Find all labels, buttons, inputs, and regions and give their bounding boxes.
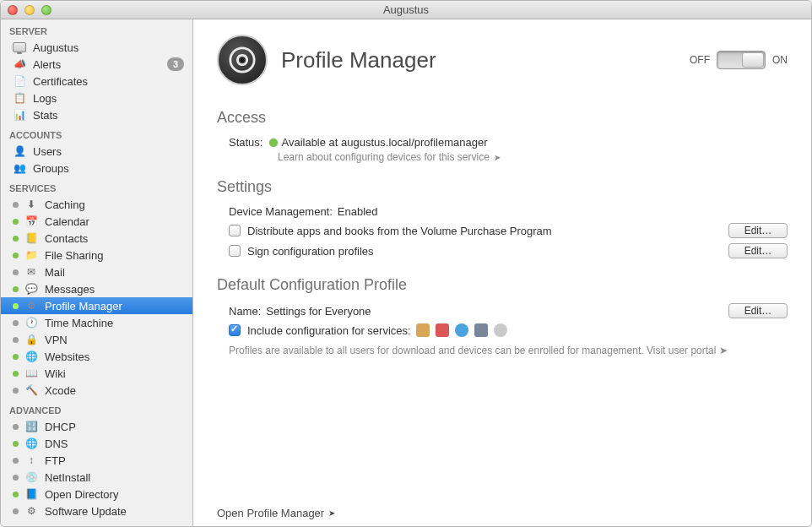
edit-button-distribute[interactable]: Edit…: [728, 223, 788, 238]
folder-icon: 📁: [24, 248, 38, 262]
messages-icon: 💬: [24, 282, 38, 296]
edit-button-profile[interactable]: Edit…: [728, 303, 788, 318]
sidebar-item-stats[interactable]: 📊 Stats: [1, 106, 192, 123]
sidebar-item-timemachine[interactable]: 🕐Time Machine: [1, 314, 192, 331]
edit-button-sign[interactable]: Edit…: [728, 243, 788, 258]
clock-icon: 🕐: [24, 316, 38, 329]
sidebar-item-caching[interactable]: ⬇Caching: [1, 196, 192, 213]
section-heading: Settings: [217, 178, 788, 196]
status-dot-icon: [13, 371, 19, 377]
sidebar: SERVER Augustus 📣 Alerts 3 📄 Certificate…: [1, 19, 193, 526]
checkbox-include-services[interactable]: [229, 324, 241, 336]
sidebar-item-websites[interactable]: 🌐Websites: [1, 348, 192, 365]
sidebar-item-label: Mail: [45, 266, 65, 279]
sidebar-item-netinstall[interactable]: 💿NetInstall: [1, 469, 192, 486]
content-pane: Profile Manager OFF ON Access Status: Av…: [193, 19, 811, 526]
sidebar-item-users[interactable]: 👤 Users: [1, 143, 192, 160]
profile-hint[interactable]: Profiles are available to all users for …: [217, 345, 788, 356]
sidebar-item-profilemanager[interactable]: ⚙Profile Manager: [1, 297, 192, 314]
status-dot-icon: [13, 219, 19, 225]
group-icon: 👥: [13, 161, 26, 175]
sidebar-item-logs[interactable]: 📋 Logs: [1, 90, 192, 106]
status-dot-icon: [13, 458, 19, 464]
sidebar-item-label: DNS: [45, 437, 68, 450]
status-dot-icon: [13, 337, 19, 343]
sidebar-item-label: Groups: [33, 162, 69, 175]
section-advanced: ADVANCED: [1, 399, 192, 418]
sidebar-item-xcode[interactable]: 🔨Xcode: [1, 382, 192, 399]
sidebar-item-wiki[interactable]: 📖Wiki: [1, 365, 192, 382]
calendar-service-icon: [436, 323, 449, 337]
status-dot-icon: [13, 475, 19, 481]
window: Augustus SERVER Augustus 📣 Alerts 3 📄 Ce…: [0, 0, 812, 527]
sidebar-item-contacts[interactable]: 📒Contacts: [1, 230, 192, 247]
learn-link[interactable]: Learn about configuring devices for this…: [217, 151, 788, 163]
status-dot-icon: [13, 424, 19, 430]
status-dot-icon: [13, 441, 19, 447]
sidebar-item-vpn[interactable]: 🔒VPN: [1, 331, 192, 348]
section-heading: Access: [217, 109, 788, 127]
sidebar-item-label: Time Machine: [45, 317, 113, 329]
status-dot-icon: [13, 236, 19, 242]
toggle-switch[interactable]: [717, 51, 766, 69]
sidebar-item-label: File Sharing: [45, 249, 103, 262]
open-profile-manager-link[interactable]: Open Profile Manager ➤: [217, 507, 335, 519]
sidebar-item-label: Augustus: [33, 41, 78, 54]
section-server: SERVER: [1, 19, 192, 39]
device-mgmt-label: Device Management:: [229, 205, 333, 218]
sidebar-item-ftp[interactable]: ↕FTP: [1, 452, 192, 469]
toggle-off-label: OFF: [690, 54, 710, 66]
logs-icon: 📋: [13, 91, 26, 105]
caching-icon: ⬇: [24, 198, 38, 211]
sidebar-item-opendirectory[interactable]: 📘Open Directory: [1, 486, 192, 503]
sidebar-item-filesharing[interactable]: 📁File Sharing: [1, 247, 192, 264]
checkbox-sign[interactable]: [229, 245, 241, 257]
distribute-label: Distribute apps and books from the Volum…: [247, 225, 552, 237]
sidebar-item-augustus[interactable]: Augustus: [1, 39, 192, 56]
sidebar-item-label: Calendar: [45, 215, 89, 228]
ftp-icon: ↕: [24, 454, 38, 467]
sidebar-item-label: Contacts: [45, 232, 88, 245]
hammer-icon: 🔨: [24, 383, 38, 397]
sidebar-item-dns[interactable]: 🌐DNS: [1, 435, 192, 452]
checkbox-distribute[interactable]: [229, 225, 241, 236]
status-dot-icon: [13, 388, 19, 394]
sidebar-item-label: DHCP: [45, 421, 76, 433]
sidebar-item-label: VPN: [45, 334, 68, 346]
chevron-right-icon: ➤: [328, 508, 335, 518]
profile-section: Default Configuration Profile Name: Sett…: [217, 276, 788, 356]
sidebar-item-label: NetInstall: [45, 471, 90, 484]
sidebar-item-calendar[interactable]: 📅Calendar: [1, 213, 192, 230]
sidebar-item-label: Open Directory: [45, 488, 118, 501]
sidebar-item-label: Logs: [33, 92, 57, 105]
sidebar-item-certificates[interactable]: 📄 Certificates: [1, 73, 192, 90]
dhcp-icon: 🔢: [24, 420, 38, 433]
certificate-icon: 📄: [13, 74, 26, 88]
name-label: Name:: [229, 305, 261, 318]
status-dot-icon: [269, 139, 278, 147]
directory-icon: 📘: [24, 487, 38, 501]
vpn-icon: 🔒: [24, 333, 38, 346]
sidebar-item-label: Software Update: [45, 505, 127, 518]
service-toggle[interactable]: OFF ON: [690, 51, 788, 69]
calendar-icon: 📅: [24, 215, 38, 228]
status-dot-icon: [13, 508, 19, 514]
sidebar-item-label: Profile Manager: [45, 300, 122, 312]
sidebar-item-label: Alerts: [33, 58, 61, 71]
status-dot-icon: [13, 303, 19, 309]
sidebar-item-alerts[interactable]: 📣 Alerts 3: [1, 56, 192, 73]
sidebar-item-label: Wiki: [45, 367, 66, 380]
sidebar-item-dhcp[interactable]: 🔢DHCP: [1, 418, 192, 435]
sidebar-item-softwareupdate[interactable]: ⚙Software Update: [1, 503, 192, 519]
status-dot-icon: [13, 492, 19, 497]
wiki-icon: 📖: [24, 367, 38, 380]
gear-icon: ⚙: [24, 299, 38, 312]
sidebar-item-label: Messages: [45, 283, 95, 296]
sidebar-item-label: Xcode: [45, 384, 76, 397]
sidebar-item-mail[interactable]: ✉Mail: [1, 264, 192, 280]
service-icons: [416, 323, 507, 337]
sidebar-item-messages[interactable]: 💬Messages: [1, 280, 192, 297]
sidebar-item-groups[interactable]: 👥 Groups: [1, 160, 192, 177]
update-icon: ⚙: [24, 504, 38, 518]
sign-label: Sign configuration profiles: [247, 245, 374, 258]
